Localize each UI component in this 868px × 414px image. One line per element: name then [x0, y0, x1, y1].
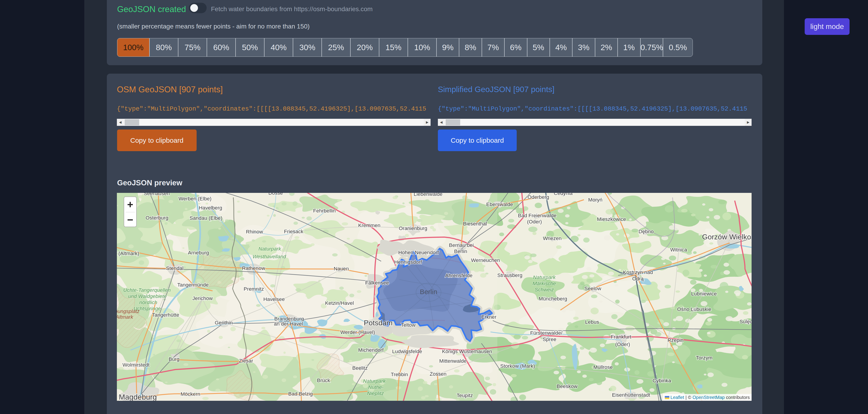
svg-text:Königs Wusterhausen: Königs Wusterhausen	[442, 349, 492, 354]
svg-text:Spree: Spree	[543, 336, 556, 342]
svg-text:Teupitz: Teupitz	[457, 392, 473, 398]
svg-text:Odrą: Odrą	[632, 276, 644, 282]
svg-text:Storkow (Mark): Storkow (Mark)	[500, 363, 535, 369]
svg-text:Ośno Lubuskie: Ośno Lubuskie	[677, 306, 711, 312]
svg-text:Möckern: Möckern	[181, 391, 200, 397]
svg-text:Wriezen: Wriezen	[543, 236, 562, 241]
svg-text:Berlin: Berlin	[454, 248, 467, 254]
svg-text:Beeskow: Beeskow	[557, 383, 578, 389]
svg-text:Mittenwalde: Mittenwalde	[439, 358, 467, 364]
svg-text:Naturpark: Naturpark	[258, 246, 282, 252]
svg-text:Sulęcin: Sulęcin	[740, 319, 752, 324]
svg-text:Schweiz: Schweiz	[535, 287, 554, 293]
svg-text:Bad Freienwalde: Bad Freienwalde	[518, 213, 557, 218]
svg-text:(Oder): (Oder)	[527, 219, 542, 225]
svg-text:Seelow: Seelow	[584, 286, 601, 291]
svg-text:Nuthe-: Nuthe-	[368, 384, 384, 390]
svg-text:Falkensee: Falkensee	[365, 280, 389, 286]
svg-text:Oranienburg: Oranienburg	[399, 226, 427, 231]
svg-text:Naturpark: Naturpark	[533, 274, 556, 280]
svg-text:Liebenwalde: Liebenwalde	[414, 193, 442, 197]
svg-text:Ahrensfelde: Ahrensfelde	[445, 273, 472, 278]
svg-text:Sandau (Elbe): Sandau (Elbe)	[190, 215, 222, 221]
svg-text:Torzym: Torzym	[696, 355, 713, 361]
svg-text:Cybinka: Cybinka	[652, 378, 671, 383]
svg-text:Rzepin: Rzepin	[668, 337, 683, 343]
svg-text:Erkner: Erkner	[482, 314, 497, 320]
svg-text:Hennigsdorf: Hennigsdorf	[394, 259, 422, 265]
svg-text:Witnica: Witnica	[670, 247, 687, 253]
svg-text:Beelitz: Beelitz	[352, 365, 368, 371]
svg-text:Dosse: Dosse	[268, 193, 283, 196]
svg-text:Werben (Elbe): Werben (Elbe)	[179, 196, 212, 202]
svg-text:Märkische: Märkische	[533, 280, 556, 286]
svg-text:rk (Altmark): rk (Altmark)	[117, 250, 139, 256]
svg-text:Fehrbellin: Fehrbellin	[313, 208, 336, 214]
svg-text:Wolmirstedt: Wolmirstedt	[123, 362, 150, 368]
svg-text:Magdeburg: Magdeburg	[119, 393, 157, 401]
svg-text:Frankfurt: Frankfurt	[611, 334, 631, 340]
svg-text:Bernau bei: Bernau bei	[449, 242, 474, 248]
svg-text:Lubniewice: Lubniewice	[691, 291, 717, 297]
svg-text:Werneuchen: Werneuchen	[471, 257, 500, 263]
svg-text:Ketzin/Havel: Ketzin/Havel	[325, 300, 354, 306]
svg-text:Nauen: Nauen	[334, 266, 349, 271]
svg-text:Arneburg: Arneburg	[188, 250, 209, 256]
svg-text:Strausberg: Strausberg	[497, 272, 522, 278]
svg-text:Dębno: Dębno	[639, 229, 654, 234]
svg-text:Biesenthal: Biesenthal	[463, 221, 487, 227]
svg-text:Friesack: Friesack	[284, 229, 304, 234]
svg-text:Bad Belzig: Bad Belzig	[288, 391, 313, 397]
svg-text:Rhinow: Rhinow	[246, 229, 263, 235]
svg-text:Gorzów Wielkopolski: Gorzów Wielkopolski	[702, 233, 752, 241]
svg-text:Westhavelland: Westhavelland	[252, 254, 286, 260]
svg-text:Müllrose: Müllrose	[593, 364, 613, 370]
svg-text:Eberswalde: Eberswalde	[486, 202, 513, 207]
svg-text:Osterburg: Osterburg	[146, 215, 168, 221]
svg-text:Mieszkowice: Mieszkowice	[597, 216, 626, 222]
svg-text:Naturpark: Naturpark	[363, 378, 386, 384]
svg-text:und Waldgebiete: und Waldgebiete	[128, 293, 166, 299]
svg-text:Kremmen: Kremmen	[358, 223, 380, 228]
svg-text:penübungsplatz: penübungsplatz	[117, 308, 140, 314]
svg-text:Fürstenwalde/: Fürstenwalde/	[530, 330, 562, 336]
svg-text:Trebbin: Trebbin	[391, 372, 408, 377]
svg-text:Teltow: Teltow	[401, 322, 416, 328]
svg-text:Rathenow: Rathenow	[242, 265, 265, 271]
svg-text:Burg: Burg	[168, 356, 180, 362]
svg-text:Oderberg: Oderberg	[527, 194, 549, 200]
svg-text:(Oder): (Oder)	[615, 342, 630, 347]
svg-text:Altmark: Altmark	[117, 314, 133, 320]
svg-text:Eisenhüttenstadt: Eisenhüttenstadt	[612, 392, 650, 398]
svg-text:Müncheberg: Müncheberg	[538, 296, 567, 302]
svg-text:Tangerhütte: Tangerhütte	[152, 312, 179, 318]
svg-text:Tangermünde: Tangermünde	[177, 282, 209, 288]
svg-text:Potsdam: Potsdam	[364, 319, 393, 327]
svg-text:Jerichow: Jerichow	[192, 295, 213, 301]
svg-text:Havelsee: Havelsee	[264, 296, 285, 302]
svg-text:Ludwigsfelde: Ludwigsfelde	[392, 349, 422, 354]
svg-text:Cedynia: Cedynia	[554, 193, 573, 196]
svg-text:Kostrzyn nad: Kostrzyn nad	[623, 269, 653, 275]
svg-text:Moryń: Moryń	[588, 197, 602, 203]
svg-text:Genthin: Genthin	[215, 320, 233, 326]
svg-text:Lebus: Lebus	[585, 319, 599, 325]
svg-text:Stendal: Stendal	[166, 265, 183, 271]
svg-text:Ziesar: Ziesar	[239, 358, 253, 364]
svg-text:Berlin: Berlin	[420, 288, 437, 295]
svg-text:Uchte-Tangerquellen: Uchte-Tangerquellen	[123, 287, 170, 293]
svg-text:an der Havel: an der Havel	[274, 321, 303, 327]
svg-text:nördlich: nördlich	[140, 300, 157, 305]
svg-text:Werder (Havel): Werder (Havel)	[340, 329, 375, 335]
svg-text:Premnitz: Premnitz	[244, 286, 264, 292]
svg-text:Seehausen: Seehausen	[144, 193, 170, 196]
svg-text:Zossen: Zossen	[430, 371, 446, 377]
svg-text:Michendorf: Michendorf	[358, 347, 384, 353]
svg-text:Nieplitz: Nieplitz	[367, 390, 384, 396]
svg-text:Hohen Neuendorf: Hohen Neuendorf	[398, 249, 439, 255]
svg-text:Havelberg: Havelberg	[199, 205, 222, 211]
svg-text:Brück: Brück	[317, 378, 330, 383]
